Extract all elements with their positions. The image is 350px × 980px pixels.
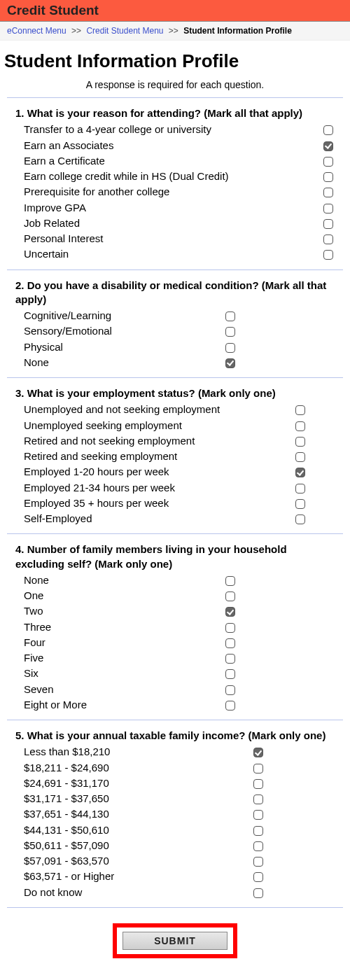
option-checkbox[interactable] [295,405,305,415]
option-checkbox[interactable] [253,810,263,820]
option-label: Employed 1-20 hours per week [15,465,291,479]
option-checkbox[interactable] [253,857,263,867]
option-row: None [15,573,239,588]
option-row: Less than $18,210 [15,744,267,760]
option-checkbox[interactable] [225,654,235,664]
checkbox-wrap [249,776,267,790]
option-checkbox[interactable] [323,125,333,135]
option-label: Transfer to a 4-year college or universi… [15,122,319,136]
question-title: 2. Do you have a disability or medical c… [15,279,337,307]
option-checkbox[interactable] [295,437,305,447]
option-checkbox[interactable] [323,250,333,260]
question-block-2: 2. Do you have a disability or medical c… [0,274,350,374]
option-row: Employed 35 + hours per week [15,496,309,511]
checkbox-wrap [221,604,239,618]
instruction-text: A response is required for each question… [0,79,350,90]
question-title: 3. What is your employment status? (Mark… [15,386,337,400]
option-row: Five [15,650,239,666]
option-checkbox[interactable] [225,701,235,710]
option-checkbox[interactable] [225,685,235,695]
option-row: Employed 21-34 hours per week [15,480,309,496]
option-checkbox[interactable] [253,826,263,836]
option-checkbox[interactable] [225,607,235,617]
option-checkbox[interactable] [295,421,305,431]
checkbox-wrap [221,589,239,603]
breadcrumb-separator: >> [169,26,178,36]
question-block-1: 1. What is your reason for attending? (M… [0,102,350,265]
option-row: Employed 1-20 hours per week [15,464,309,479]
option-label: $31,171 - $37,650 [15,792,249,806]
option-checkbox[interactable] [253,748,263,757]
option-checkbox[interactable] [295,468,305,477]
question-block-5: 5. What is your annual taxable family in… [0,724,350,903]
option-row: Cognitive/Learning [15,308,239,323]
option-checkbox[interactable] [323,157,333,167]
submit-button[interactable]: SUBMIT [122,932,227,950]
checkbox-wrap [319,169,337,183]
option-label: Unemployed and not seeking employment [15,402,291,416]
option-label: Employed 35 + hours per week [15,496,291,510]
options-list: Transfer to a 4-year college or universi… [15,122,337,262]
checkbox-wrap [221,682,239,696]
option-checkbox[interactable] [253,764,263,774]
option-label: Retired and not seeking employment [15,434,291,448]
checkbox-wrap [319,232,337,246]
option-checkbox[interactable] [225,669,235,679]
divider [7,720,343,720]
question-block-3: 3. What is your employment status? (Mark… [0,382,350,529]
checkbox-wrap [221,324,239,338]
checkbox-wrap [221,356,239,370]
option-checkbox[interactable] [253,872,263,882]
question-block-4: 4. Number of family members living in yo… [0,538,350,715]
breadcrumb-link-econnect[interactable]: eConnect Menu [7,26,66,36]
option-label: Self-Employed [15,512,291,526]
checkbox-wrap [249,745,267,759]
checkbox-wrap [291,449,309,463]
checkbox-wrap [319,247,337,261]
option-checkbox[interactable] [295,484,305,493]
option-row: Physical [15,340,239,355]
option-checkbox[interactable] [225,576,235,586]
option-checkbox[interactable] [225,638,235,648]
option-checkbox[interactable] [225,623,235,633]
option-label: Three [15,620,221,634]
option-row: Seven [15,682,239,697]
checkbox-wrap [291,419,309,433]
option-checkbox[interactable] [225,592,235,601]
divider [7,377,343,378]
options-list: Less than $18,210$18,211 - $24,690$24,69… [15,744,267,900]
option-label: Seven [15,682,221,696]
option-checkbox[interactable] [323,141,333,151]
option-row: Self-Employed [15,511,309,526]
option-checkbox[interactable] [225,312,235,321]
checkbox-wrap [221,340,239,354]
option-row: Retired and not seeking employment [15,433,309,449]
option-checkbox[interactable] [323,188,333,197]
option-checkbox[interactable] [253,888,263,898]
header-title: Credit Student [7,3,99,18]
checkbox-wrap [249,792,267,806]
option-checkbox[interactable] [295,514,305,524]
option-row: Six [15,666,239,681]
submit-highlight-box: SUBMIT [113,923,237,958]
option-checkbox[interactable] [323,234,333,244]
option-checkbox[interactable] [323,204,333,214]
option-checkbox[interactable] [225,327,235,337]
option-checkbox[interactable] [253,779,263,789]
option-label: $18,211 - $24,690 [15,761,249,775]
option-row: Unemployed and not seeking employment [15,402,309,417]
option-label: Four [15,636,221,650]
option-checkbox[interactable] [323,219,333,229]
option-checkbox[interactable] [295,452,305,462]
option-checkbox[interactable] [253,841,263,851]
option-row: Prerequisite for another college [15,184,337,200]
option-checkbox[interactable] [225,358,235,368]
option-checkbox[interactable] [253,794,263,804]
option-checkbox[interactable] [295,499,305,509]
checkbox-wrap [319,201,337,215]
option-label: Two [15,604,221,618]
option-checkbox[interactable] [323,172,333,182]
checkbox-wrap [291,465,309,479]
breadcrumb-link-credit-student[interactable]: Credit Student Menu [86,26,163,36]
option-checkbox[interactable] [225,343,235,353]
